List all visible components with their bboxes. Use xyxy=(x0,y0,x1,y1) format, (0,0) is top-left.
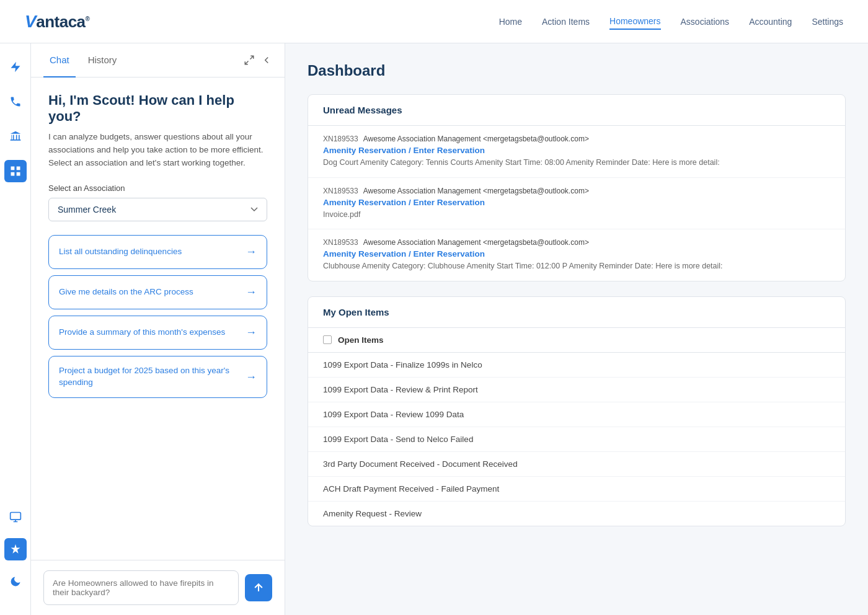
message-subject: Amenity Reservation / Enter Reservation xyxy=(323,249,830,259)
open-items-card: My Open Items Open Items 1099 Export Dat… xyxy=(308,296,846,526)
message-meta: XN189533 Awesome Association Management … xyxy=(323,187,830,195)
dashboard: Dashboard Unread Messages XN189533 Aweso… xyxy=(285,43,868,615)
chat-input[interactable] xyxy=(43,570,239,605)
nav-action-items[interactable]: Action Items xyxy=(542,14,590,29)
nav-accounting[interactable]: Accounting xyxy=(749,14,792,29)
message-from: Awesome Association Management <mergetag… xyxy=(363,135,589,143)
expand-icon[interactable] xyxy=(244,55,255,66)
nav-homeowners[interactable]: Homeowners xyxy=(609,14,660,30)
suggestion-arrow-1: → xyxy=(246,244,257,260)
sidebar-bottom xyxy=(4,506,27,603)
open-items-label: Open Items xyxy=(338,335,384,345)
chat-body: Hi, I'm Scout! How can I help you? I can… xyxy=(31,77,285,560)
open-item-row[interactable]: ACH Draft Payment Received - Failed Paym… xyxy=(308,477,845,502)
suggestion-arc[interactable]: Give me details on the ARC process → xyxy=(48,275,267,309)
collapse-icon[interactable] xyxy=(261,55,272,66)
dashboard-title: Dashboard xyxy=(308,62,846,79)
suggestion-arrow-3: → xyxy=(246,325,257,340)
suggestion-arrow-4: → xyxy=(246,369,257,385)
unread-messages-card: Unread Messages XN189533 Awesome Associa… xyxy=(308,94,846,281)
message-subject: Amenity Reservation / Enter Reservation xyxy=(323,146,830,155)
greeting-desc: I can analyze budgets, answer questions … xyxy=(48,131,267,170)
tab-actions xyxy=(244,55,272,66)
tab-chat[interactable]: Chat xyxy=(43,43,76,77)
message-id: XN189533 xyxy=(323,238,358,247)
message-id: XN189533 xyxy=(323,187,358,195)
suggestion-expenses-text: Provide a summary of this month's expens… xyxy=(59,327,225,338)
open-item-row[interactable]: 1099 Export Data - Review 1099 Data xyxy=(308,402,845,427)
message-preview: Dog Court Amenity Category: Tennis Court… xyxy=(323,157,830,169)
nav-home[interactable]: Home xyxy=(499,14,522,29)
suggestion-delinquencies-text: List all outstanding delinquencies xyxy=(59,246,182,258)
lightning-icon[interactable] xyxy=(4,56,27,78)
send-icon xyxy=(252,582,265,594)
message-from: Awesome Association Management <mergetag… xyxy=(363,238,589,247)
message-id: XN189533 xyxy=(323,135,358,143)
chat-tabs: Chat History xyxy=(31,43,285,77)
open-item-row[interactable]: 1099 Export Data - Send to Nelco Failed xyxy=(308,427,845,452)
message-from: Awesome Association Management <mergetag… xyxy=(363,187,589,195)
chat-input-area xyxy=(31,560,285,615)
unread-messages-header: Unread Messages xyxy=(308,95,845,126)
suggestion-delinquencies[interactable]: List all outstanding delinquencies → xyxy=(48,235,267,269)
suggestion-budget[interactable]: Project a budget for 2025 based on this … xyxy=(48,356,267,398)
star-icon[interactable] xyxy=(4,538,27,560)
greeting-title: Hi, I'm Scout! How can I help you? xyxy=(48,92,267,125)
logo-trademark: ® xyxy=(86,15,90,22)
association-select[interactable]: Summer Creek xyxy=(48,198,267,221)
tab-history[interactable]: History xyxy=(82,43,123,77)
logo-wordmark: antaca xyxy=(36,12,85,31)
message-preview: Invoice.pdf xyxy=(323,210,830,221)
nav-associations[interactable]: Associations xyxy=(681,14,730,29)
moon-icon[interactable] xyxy=(4,570,27,593)
sidebar-icons xyxy=(0,43,31,615)
phone-icon[interactable] xyxy=(4,91,27,113)
apps-icon[interactable] xyxy=(4,160,27,182)
open-item-row[interactable]: 1099 Export Data - Review & Print Report xyxy=(308,378,845,402)
message-item[interactable]: XN189533 Awesome Association Management … xyxy=(308,229,845,281)
message-meta: XN189533 Awesome Association Management … xyxy=(323,238,830,247)
nav-settings[interactable]: Settings xyxy=(812,14,843,29)
suggestion-expenses[interactable]: Provide a summary of this month's expens… xyxy=(48,316,267,350)
main-layout: Chat History Hi, I'm Scout! How can I he… xyxy=(0,43,868,615)
message-preview: Clubhouse Amenity Category: Clubhouse Am… xyxy=(323,261,830,272)
suggestion-arc-text: Give me details on the ARC process xyxy=(59,286,193,298)
open-item-row[interactable]: Amenity Request - Review xyxy=(308,502,845,526)
open-item-row[interactable]: 1099 Export Data - Finalize 1099s in Nel… xyxy=(308,353,845,378)
bank-icon[interactable] xyxy=(4,125,27,148)
logo-v: V xyxy=(25,12,36,31)
message-meta: XN189533 Awesome Association Management … xyxy=(323,135,830,143)
suggestion-arrow-2: → xyxy=(246,285,257,300)
monitor-icon[interactable] xyxy=(4,506,27,528)
chat-send-button[interactable] xyxy=(245,574,272,601)
open-items-section-header: My Open Items xyxy=(308,297,845,328)
main-nav: Home Action Items Homeowners Association… xyxy=(499,14,843,30)
select-association-label: Select an Association xyxy=(48,184,267,193)
svg-rect-0 xyxy=(10,513,20,520)
top-bar: Vantaca® Home Action Items Homeowners As… xyxy=(0,0,868,43)
message-subject: Amenity Reservation / Enter Reservation xyxy=(323,198,830,207)
message-item[interactable]: XN189533 Awesome Association Management … xyxy=(308,126,845,178)
logo: Vantaca® xyxy=(25,12,89,32)
open-items-header: Open Items xyxy=(308,328,845,353)
message-item[interactable]: XN189533 Awesome Association Management … xyxy=(308,178,845,230)
open-item-row[interactable]: 3rd Party Document Received - Document R… xyxy=(308,452,845,477)
open-items-checkbox[interactable] xyxy=(323,335,332,344)
suggestion-budget-text: Project a budget for 2025 based on this … xyxy=(59,365,239,389)
chat-panel: Chat History Hi, I'm Scout! How can I he… xyxy=(31,43,285,615)
